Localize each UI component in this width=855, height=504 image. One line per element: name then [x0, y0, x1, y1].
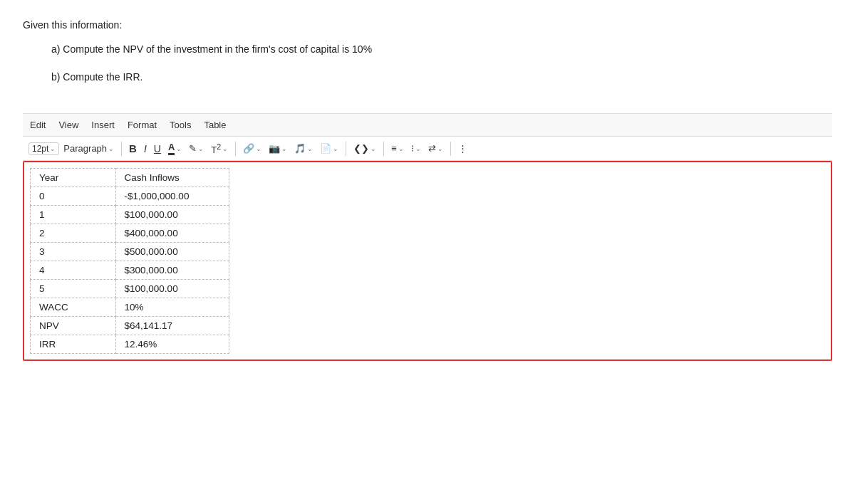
link-group: 🔗 ⌄ 📷 ⌄ 🎵 ⌄ 📄 ⌄	[240, 141, 341, 156]
indent-group: ❮❯ ⌄	[351, 141, 379, 156]
menu-insert[interactable]: Insert	[87, 118, 119, 132]
cell-value: $400,000.00	[115, 224, 229, 243]
paragraph-label: Paragraph	[63, 143, 107, 154]
image-button[interactable]: 📷 ⌄	[266, 141, 290, 156]
table-row: IRR12.46%	[31, 335, 229, 354]
font-size-selector[interactable]: 12pt ⌄	[28, 142, 59, 155]
format-button[interactable]: ❮❯ ⌄	[351, 141, 379, 156]
unordered-list-caret: ⌄	[415, 145, 421, 152]
unordered-list-icon: ⁝	[411, 143, 414, 154]
table-row: 2$400,000.00	[31, 224, 229, 243]
format-caret: ⌄	[370, 145, 376, 152]
cell-year: 5	[31, 280, 116, 298]
link-button[interactable]: 🔗 ⌄	[240, 141, 264, 156]
highlight-caret: ⌄	[198, 145, 204, 152]
cell-year: NPV	[31, 317, 116, 335]
ordered-list-button[interactable]: ⇄ ⌄	[425, 141, 446, 156]
table-row: 1$100,000.00	[31, 206, 229, 224]
cell-year: 0	[31, 187, 116, 206]
sub-question-a: a) Compute the NPV of the investment in …	[51, 41, 832, 57]
doc-caret: ⌄	[333, 145, 338, 152]
separator-1	[121, 142, 122, 156]
highlight-button[interactable]: ✎ ⌄	[186, 141, 207, 156]
toolbar: 12pt ⌄ Paragraph ⌄ B I U A ⌄ ✎ ⌄ T2 ⌄ 🔗 …	[23, 137, 832, 161]
table-row: 3$500,000.00	[31, 243, 229, 261]
menu-bar: Edit View Insert Format Tools Table	[23, 113, 832, 137]
cell-year: 3	[31, 243, 116, 261]
separator-2	[235, 142, 236, 156]
menu-tools[interactable]: Tools	[165, 118, 195, 132]
sub-question-b: b) Compute the IRR.	[51, 69, 832, 85]
list-group: ≡ ⌄ ⁝ ⌄ ⇄ ⌄	[388, 141, 446, 156]
media-button[interactable]: 🎵 ⌄	[291, 141, 316, 156]
paragraph-selector[interactable]: Paragraph ⌄	[61, 141, 117, 156]
format-icon: ❮❯	[353, 143, 369, 154]
cell-value: $300,000.00	[115, 261, 229, 280]
font-color-caret: ⌄	[176, 145, 182, 152]
font-color-button[interactable]: A ⌄	[165, 140, 185, 157]
text-format-group: B I U A ⌄ ✎ ⌄ T2 ⌄	[126, 140, 231, 157]
italic-button[interactable]: I	[141, 141, 150, 157]
font-size-group: 12pt ⌄	[28, 142, 59, 155]
table-row: WACC10%	[31, 298, 229, 317]
menu-format[interactable]: Format	[123, 118, 161, 132]
font-size-value: 12pt	[32, 144, 48, 154]
media-caret: ⌄	[307, 145, 313, 152]
cell-value: 12.46%	[115, 335, 229, 354]
table-row: 5$100,000.00	[31, 280, 229, 298]
table-header-row: Year Cash Inflows	[31, 169, 229, 187]
font-color-icon: A	[168, 142, 175, 155]
align-caret: ⌄	[398, 145, 404, 152]
cell-value: $100,000.00	[115, 280, 229, 298]
cell-year: IRR	[31, 335, 116, 354]
font-size-caret: ⌄	[50, 145, 56, 152]
paragraph-group: Paragraph ⌄	[61, 141, 117, 156]
superscript-icon: T2	[211, 142, 221, 155]
given-text: Given this information:	[23, 17, 832, 33]
link-icon: 🔗	[243, 143, 254, 154]
more-options-button[interactable]: ⋮	[455, 141, 470, 156]
table-wrapper: Year Cash Inflows 0-$1,000,000.001$100,0…	[24, 162, 831, 359]
menu-table[interactable]: Table	[200, 118, 230, 132]
header-cash-inflows: Cash Inflows	[115, 169, 229, 187]
align-icon: ≡	[391, 143, 397, 154]
cell-value: $64,141.17	[115, 317, 229, 335]
ordered-list-caret: ⌄	[437, 145, 443, 152]
data-table: Year Cash Inflows 0-$1,000,000.001$100,0…	[30, 168, 229, 354]
highlight-icon: ✎	[189, 143, 197, 154]
align-button[interactable]: ≡ ⌄	[388, 141, 407, 156]
media-icon: 🎵	[294, 143, 306, 154]
content-area: Given this information: a) Compute the N…	[23, 17, 832, 113]
cell-value: -$1,000,000.00	[115, 187, 229, 206]
editor-container[interactable]: Year Cash Inflows 0-$1,000,000.001$100,0…	[23, 161, 832, 361]
menu-view[interactable]: View	[54, 118, 83, 132]
table-row: 0-$1,000,000.00	[31, 187, 229, 206]
underline-button[interactable]: U	[151, 141, 164, 157]
superscript-caret: ⌄	[222, 145, 228, 152]
cell-year: WACC	[31, 298, 116, 317]
unordered-list-button[interactable]: ⁝ ⌄	[408, 141, 424, 156]
doc-button[interactable]: 📄 ⌄	[317, 141, 341, 156]
table-row: 4$300,000.00	[31, 261, 229, 280]
header-year: Year	[31, 169, 116, 187]
cell-value: $100,000.00	[115, 206, 229, 224]
cell-value: $500,000.00	[115, 243, 229, 261]
image-caret: ⌄	[281, 145, 287, 152]
menu-edit[interactable]: Edit	[26, 118, 50, 132]
separator-5	[450, 142, 451, 156]
cell-year: 1	[31, 206, 116, 224]
ordered-list-icon: ⇄	[428, 143, 436, 154]
separator-3	[346, 142, 346, 156]
paragraph-caret: ⌄	[108, 145, 114, 152]
image-icon: 📷	[269, 143, 280, 154]
table-row: NPV$64,141.17	[31, 317, 229, 335]
cell-year: 4	[31, 261, 116, 280]
doc-icon: 📄	[320, 143, 331, 154]
superscript-button[interactable]: T2 ⌄	[208, 140, 231, 157]
cell-year: 2	[31, 224, 116, 243]
separator-4	[383, 142, 384, 156]
bold-button[interactable]: B	[126, 140, 140, 157]
cell-value: 10%	[115, 298, 229, 317]
more-options-icon: ⋮	[458, 143, 467, 154]
link-caret: ⌄	[256, 145, 261, 152]
